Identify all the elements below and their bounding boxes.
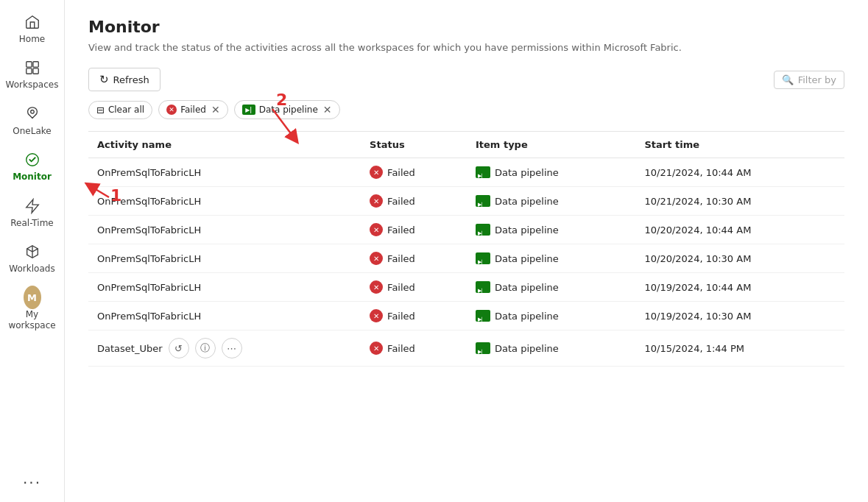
- sidebar-item-myworkspace-label: My workspace: [8, 309, 55, 330]
- failed-status-icon: [370, 280, 383, 294]
- table-row[interactable]: OnPremSqlToFabricLH Failed Data pipeline…: [88, 158, 844, 187]
- status-label: Failed: [387, 343, 415, 354]
- sidebar-more-button[interactable]: ...: [14, 461, 50, 496]
- info-icon[interactable]: ⓘ: [195, 338, 216, 358]
- activity-table: Activity name Status Item type Start tim…: [88, 131, 844, 367]
- cell-status: Failed: [361, 187, 467, 216]
- rerun-icon[interactable]: ↺: [169, 338, 189, 358]
- status-label: Failed: [387, 167, 415, 178]
- svg-rect-3: [32, 68, 38, 74]
- table-row[interactable]: OnPremSqlToFabricLH Failed Data pipeline…: [88, 273, 844, 302]
- failed-filter-tag[interactable]: ✕ Failed ✕: [158, 100, 228, 119]
- workspaces-icon: [24, 59, 41, 77]
- cell-start-time: 10/19/2024, 10:44 AM: [635, 273, 844, 302]
- item-type-label: Data pipeline: [495, 311, 559, 322]
- item-type-label: Data pipeline: [495, 167, 559, 178]
- refresh-icon: ↻: [99, 73, 109, 86]
- sidebar-item-workloads-label: Workloads: [9, 264, 54, 274]
- cell-item-type: Data pipeline: [467, 216, 636, 244]
- pipeline-tag-icon: ▶|: [242, 105, 255, 115]
- failed-status-icon: [370, 342, 383, 355]
- cell-item-type: Data pipeline: [467, 302, 636, 330]
- sidebar-item-workspaces[interactable]: Workspaces: [3, 52, 62, 97]
- status-label: Failed: [387, 282, 415, 293]
- item-type-label: Data pipeline: [495, 253, 559, 264]
- sidebar-item-home[interactable]: Home: [3, 6, 62, 52]
- pipeline-type-icon: [476, 166, 490, 178]
- sidebar: Home Workspaces OneLake: [0, 0, 65, 502]
- filter-input[interactable]: 🔍 Filter by: [774, 71, 844, 89]
- cell-item-type: Data pipeline: [467, 158, 636, 187]
- table-row[interactable]: OnPremSqlToFabricLH Failed Data pipeline…: [88, 187, 844, 216]
- pipeline-type-icon: [476, 195, 490, 207]
- avatar: M: [24, 289, 41, 306]
- workloads-icon: [24, 243, 41, 261]
- cell-start-time: 10/19/2024, 10:30 AM: [635, 302, 844, 330]
- col-item-type: Item type: [467, 132, 636, 158]
- cell-status: Failed: [361, 216, 467, 244]
- sidebar-item-myworkspace[interactable]: M My workspace: [3, 281, 62, 338]
- failed-status-icon: [370, 166, 383, 179]
- cell-start-time: 10/20/2024, 10:30 AM: [635, 244, 844, 273]
- table-row[interactable]: OnPremSqlToFabricLH Failed Data pipeline…: [88, 244, 844, 273]
- home-icon: [24, 13, 41, 31]
- failed-status-icon: [370, 194, 383, 208]
- more-icon[interactable]: ⋯: [222, 338, 242, 358]
- realtime-icon: [24, 197, 41, 215]
- failed-status-icon: [370, 252, 383, 265]
- toolbar: ↻ Refresh 🔍 Filter by: [88, 68, 844, 91]
- onelake-icon: [24, 105, 41, 123]
- item-type-label: Data pipeline: [495, 343, 559, 354]
- sidebar-item-realtime-label: Real-Time: [10, 218, 53, 228]
- cell-status: Failed: [361, 302, 467, 330]
- svg-rect-2: [26, 68, 31, 74]
- pipeline-type-icon: [476, 252, 490, 264]
- pipeline-type-icon: [476, 342, 490, 354]
- sidebar-item-onelake[interactable]: OneLake: [3, 98, 62, 144]
- table-row[interactable]: Dataset_Uber↺ⓘ⋯ Failed Data pipeline 10/…: [88, 330, 844, 367]
- cell-activity-name: OnPremSqlToFabricLH: [88, 216, 361, 244]
- clear-all-label: Clear all: [108, 105, 144, 115]
- status-label: Failed: [387, 311, 415, 322]
- cell-status: Failed: [361, 330, 467, 367]
- cell-activity-name: OnPremSqlToFabricLH: [88, 187, 361, 216]
- table-row[interactable]: OnPremSqlToFabricLH Failed Data pipeline…: [88, 216, 844, 244]
- sidebar-item-workspaces-label: Workspaces: [6, 79, 59, 90]
- failed-status-icon: [370, 309, 383, 322]
- sidebar-item-home-label: Home: [19, 34, 45, 44]
- filter-placeholder: Filter by: [798, 74, 836, 85]
- table-body: OnPremSqlToFabricLH Failed Data pipeline…: [88, 158, 844, 367]
- item-type-label: Data pipeline: [495, 225, 559, 236]
- cell-item-type: Data pipeline: [467, 187, 636, 216]
- cell-item-type: Data pipeline: [467, 273, 636, 302]
- sidebar-item-realtime[interactable]: Real-Time: [3, 190, 62, 236]
- sidebar-item-workloads[interactable]: Workloads: [3, 236, 62, 281]
- col-activity-name: Activity name: [88, 132, 361, 158]
- datapipeline-filter-tag[interactable]: ▶| Data pipeline ✕: [234, 100, 340, 119]
- pipeline-type-icon: [476, 310, 490, 322]
- cell-start-time: 10/20/2024, 10:44 AM: [635, 216, 844, 244]
- search-icon: 🔍: [782, 74, 794, 85]
- status-label: Failed: [387, 253, 415, 264]
- content-area: Monitor View and track the status of the…: [65, 0, 868, 502]
- cell-start-time: 10/15/2024, 1:44 PM: [635, 330, 844, 367]
- cell-item-type: Data pipeline: [467, 244, 636, 273]
- item-type-label: Data pipeline: [495, 196, 559, 207]
- svg-rect-1: [32, 62, 38, 67]
- col-start-time: Start time: [635, 132, 844, 158]
- datapipeline-tag-close[interactable]: ✕: [323, 104, 332, 116]
- refresh-button[interactable]: ↻ Refresh: [88, 68, 160, 91]
- clear-all-tag[interactable]: ⊟ Clear all: [88, 101, 152, 119]
- failed-tag-close[interactable]: ✕: [211, 104, 220, 116]
- cell-status: Failed: [361, 158, 467, 187]
- datapipeline-tag-label: Data pipeline: [259, 105, 318, 115]
- cell-start-time: 10/21/2024, 10:44 AM: [635, 158, 844, 187]
- failed-status-icon: [370, 223, 383, 236]
- svg-rect-0: [26, 62, 31, 67]
- cell-status: Failed: [361, 244, 467, 273]
- sidebar-item-monitor[interactable]: Monitor: [3, 144, 62, 189]
- table-row[interactable]: OnPremSqlToFabricLH Failed Data pipeline…: [88, 302, 844, 330]
- filter-icon: ⊟: [96, 105, 105, 116]
- item-type-label: Data pipeline: [495, 282, 559, 293]
- failed-tag-icon: ✕: [166, 105, 177, 115]
